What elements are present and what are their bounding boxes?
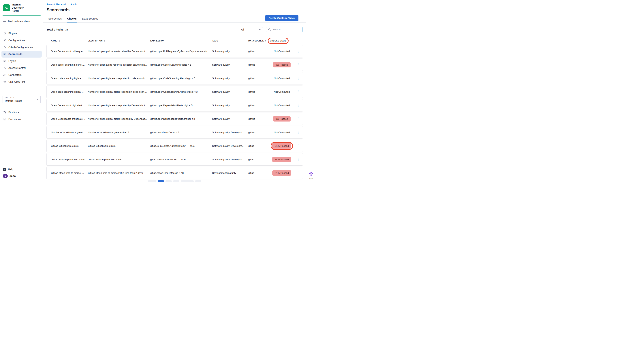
- check-description: Number of open pull requests raised by D…: [88, 50, 150, 53]
- sidebar-item-executions[interactable]: Executions: [2, 116, 42, 122]
- pagination-page-button[interactable]: [158, 180, 164, 182]
- check-stats-cell: 0% Passed: [270, 62, 294, 68]
- pagination-page-button[interactable]: [173, 180, 179, 182]
- column-header-description[interactable]: DESCRIPTION: [88, 40, 150, 42]
- check-expression: github.workflowsCount > 3: [150, 131, 212, 134]
- back-to-main-menu[interactable]: Back to Main Menu: [3, 20, 40, 23]
- aida-assistant-button[interactable]: AIDA: [306, 172, 316, 180]
- table-row[interactable]: Open Dependabot pull request...Number of…: [47, 45, 303, 57]
- right-rail: AIDA: [306, 0, 316, 182]
- main-content: Account: Harness.io›Admin Scorecards Sco…: [43, 0, 306, 182]
- check-tags: Software quality, Development...: [212, 131, 248, 134]
- page-title: Scorecards: [47, 8, 306, 12]
- check-expression: gitlab.isFileExists.".gitleaks.toml" == …: [150, 144, 212, 147]
- project-selector[interactable]: PROJECT Default Project: [3, 95, 41, 104]
- help-icon: ?: [3, 168, 6, 171]
- check-expression: github.openCodeScanningAlerts.high < 5: [150, 77, 212, 80]
- check-expression: github.openCodeScanningAlerts.critical <…: [150, 90, 212, 93]
- sidebar-item-label: Configurations: [9, 39, 25, 42]
- sidebar-item-connectors[interactable]: Connectors: [2, 72, 42, 78]
- project-label: PROJECT: [5, 97, 38, 99]
- row-menu-button[interactable]: ⋮: [294, 50, 303, 53]
- check-stats-cell: Not Computed: [270, 50, 294, 53]
- stats-badge: 21% Passed: [272, 143, 291, 148]
- row-menu-button[interactable]: ⋮: [294, 117, 303, 120]
- row-menu-button[interactable]: ⋮: [294, 158, 303, 161]
- check-stats-cell: 21% Passed: [270, 143, 294, 148]
- table-row[interactable]: Number of workflows is greate...Number o…: [47, 126, 303, 138]
- row-menu-button[interactable]: ⋮: [294, 90, 303, 94]
- table-row[interactable]: Open secret scanning alerts is ...Number…: [47, 59, 303, 71]
- breadcrumb-link-admin[interactable]: Admin: [70, 3, 77, 6]
- check-name: Open Dependabot critical alert...: [47, 118, 88, 120]
- url-allow-list-icon: [3, 80, 6, 83]
- total-checks-label: Total Checks: 37: [47, 28, 68, 31]
- check-expression: github.openDependabotAlerts.high < 5: [150, 104, 212, 107]
- table-row[interactable]: Open Dependabot critical alert...Number …: [47, 113, 303, 125]
- row-menu-button[interactable]: ⋮: [294, 131, 303, 134]
- breadcrumb-separator-icon: ›: [68, 3, 69, 6]
- sidebar-item-access-control[interactable]: Access Control: [2, 64, 42, 72]
- sidebar-item-label: URL Allow List: [9, 80, 25, 83]
- pagination-page-button[interactable]: [165, 180, 172, 182]
- pipelines-icon: [3, 111, 6, 114]
- sidebar-nav-secondary: PipelinesExecutions: [0, 104, 43, 122]
- check-description: Number of open critical alerts reported …: [88, 90, 150, 93]
- table-row[interactable]: GitLab Mean time to merge PR ...GitLab M…: [47, 167, 303, 179]
- row-menu-button[interactable]: ⋮: [294, 76, 303, 80]
- pagination-page-button[interactable]: [195, 180, 201, 182]
- search-input[interactable]: [272, 28, 301, 31]
- filter-dropdown[interactable]: All: [239, 27, 263, 32]
- column-header-name[interactable]: NAME: [47, 40, 88, 42]
- pagination-page-button[interactable]: [181, 180, 194, 182]
- row-menu-button[interactable]: ⋮: [294, 104, 303, 107]
- check-data-source: github: [248, 118, 270, 120]
- help-button[interactable]: ? Help: [3, 168, 40, 171]
- tab-scorecards[interactable]: Scorecards: [48, 17, 62, 22]
- check-stats-cell: 21% Passed: [270, 170, 294, 176]
- app-logo-icon: [3, 4, 10, 11]
- check-tags: Software quality: [212, 104, 248, 107]
- check-description: GitLab Gitleaks file exists: [88, 144, 150, 147]
- sidebar-item-url-allow-list[interactable]: URL Allow List: [2, 78, 42, 85]
- sort-icon[interactable]: [58, 40, 60, 42]
- table-row[interactable]: GitLab Gitleaks file existsGitLab Gitlea…: [47, 140, 303, 152]
- sidebar-item-oauth-configurations[interactable]: OAuth Configurations: [2, 44, 42, 50]
- table-row[interactable]: Open code scanning critical ale...Number…: [47, 86, 303, 98]
- sort-icon[interactable]: [104, 40, 106, 42]
- sidebar-item-layout[interactable]: Layout: [2, 58, 42, 64]
- sidebar-item-plugins[interactable]: Plugins: [2, 30, 42, 37]
- table-row[interactable]: Open code scanning high alert...Number o…: [47, 72, 303, 84]
- aida-flower-icon: [309, 172, 313, 177]
- scorecards-icon: [3, 53, 6, 56]
- sidebar-item-pipelines[interactable]: Pipelines: [2, 109, 42, 116]
- breadcrumb-link-account-harness-io[interactable]: Account: Harness.io: [47, 3, 67, 6]
- check-description: GitLab Branch protection is set: [88, 158, 150, 161]
- check-data-source: gitlab: [248, 172, 270, 174]
- check-stats-cell: Not Computed: [270, 104, 294, 107]
- column-header-data-source[interactable]: DATA SOURCE: [248, 40, 270, 42]
- create-custom-check-button[interactable]: Create Custom Check: [265, 15, 299, 21]
- tabs: ScorecardsChecksData Sources: [48, 14, 98, 22]
- row-menu-button[interactable]: ⋮: [294, 171, 303, 174]
- search-box[interactable]: [266, 27, 303, 32]
- row-menu-button[interactable]: ⋮: [294, 63, 303, 66]
- row-menu-button[interactable]: ⋮: [294, 144, 303, 148]
- tab-checks[interactable]: Checks: [67, 17, 77, 22]
- table-row[interactable]: GitLab Branch protection is setGitLab Br…: [47, 153, 303, 165]
- tab-data-sources[interactable]: Data Sources: [82, 17, 98, 22]
- check-tags: Software quality: [212, 90, 248, 93]
- back-arrow-icon: [3, 20, 6, 23]
- table-row[interactable]: Open Dependabot high alerts i...Number o…: [47, 99, 303, 111]
- check-data-source: gitlab: [248, 144, 270, 147]
- apps-grid-icon[interactable]: [37, 6, 41, 10]
- pagination-page-button[interactable]: [148, 180, 156, 182]
- user-menu[interactable]: D deba: [3, 174, 40, 178]
- sidebar-nav-primary: PluginsConfigurationsOAuth Configuration…: [0, 27, 43, 85]
- sidebar-item-scorecards[interactable]: Scorecards: [2, 50, 42, 58]
- sidebar-item-label: Plugins: [9, 32, 17, 35]
- sidebar-item-configurations[interactable]: Configurations: [2, 37, 42, 44]
- configurations-icon: [3, 39, 6, 42]
- check-expression: github.openDependabotAlerts.critical < 3: [150, 118, 212, 120]
- sort-icon[interactable]: [265, 40, 267, 42]
